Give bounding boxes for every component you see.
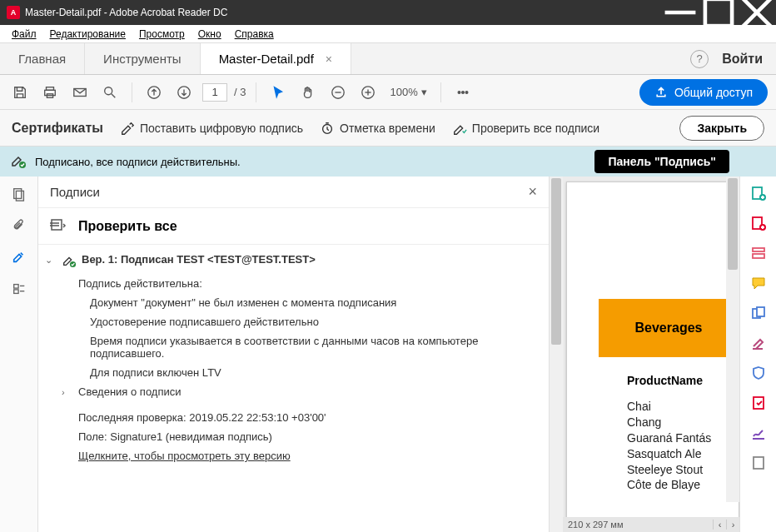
left-nav-rail bbox=[0, 177, 38, 532]
verify-all-button[interactable]: Проверить все подписи bbox=[452, 121, 599, 136]
menu-window[interactable]: Окно bbox=[192, 27, 228, 42]
svg-point-19 bbox=[465, 91, 468, 93]
close-button[interactable] bbox=[738, 0, 776, 25]
signature-ok-icon bbox=[62, 253, 77, 271]
menu-edit[interactable]: Редактирование bbox=[43, 27, 132, 42]
menubar: Файл Редактирование Просмотр Окно Справк… bbox=[0, 25, 776, 43]
app-icon: A bbox=[7, 6, 20, 19]
signatures-icon[interactable] bbox=[10, 248, 28, 266]
main-area: Подписи × Проверить все ⌄ Вер. 1: Подпис… bbox=[0, 177, 776, 532]
scroll-left-icon[interactable]: ‹ bbox=[713, 520, 726, 530]
view-version-link[interactable]: Щелкните, чтобы просмотреть эту версию bbox=[78, 450, 537, 462]
zoom-select[interactable]: 100%▾ bbox=[386, 86, 430, 98]
mail-icon[interactable] bbox=[68, 81, 92, 104]
signed-text: Подписано, все подписи действительны. bbox=[35, 156, 241, 168]
signature-valid-label: Подпись действительна: bbox=[78, 277, 537, 290]
tool-more-icon[interactable] bbox=[749, 453, 769, 473]
zoom-out-icon[interactable] bbox=[326, 81, 350, 104]
verify-all-link[interactable]: Проверить все bbox=[78, 219, 177, 234]
signature-lastcheck: Последняя проверка: 2019.05.22 22:53:10 … bbox=[78, 411, 537, 424]
document-page[interactable]: Beverages ProductName Chai Chang Guaraná… bbox=[566, 181, 739, 517]
tool-compress-icon[interactable] bbox=[749, 393, 769, 413]
svg-rect-23 bbox=[16, 191, 23, 201]
tool-combine-icon[interactable] bbox=[749, 303, 769, 323]
print-icon[interactable] bbox=[38, 81, 62, 104]
menu-view[interactable]: Просмотр bbox=[132, 27, 192, 42]
close-cert-button[interactable]: Закрыть bbox=[679, 116, 764, 141]
document-scrollbar[interactable] bbox=[726, 177, 739, 502]
signature-detail-2: Удостоверение подписавшего действительно bbox=[90, 316, 537, 328]
svg-rect-36 bbox=[753, 248, 764, 251]
svg-rect-39 bbox=[757, 307, 764, 316]
sigpanel-scrollbar[interactable] bbox=[550, 177, 563, 532]
svg-rect-22 bbox=[13, 189, 21, 199]
page-input[interactable] bbox=[202, 83, 227, 102]
svg-point-8 bbox=[105, 87, 112, 94]
prev-page-icon[interactable] bbox=[142, 81, 166, 104]
doc-product-list: Chai Chang Guaraná Fantás Sasquatch Ale … bbox=[627, 399, 711, 493]
signature-panel-button[interactable]: Панель "Подпись" bbox=[594, 150, 729, 173]
signature-detail-1: Документ "документ" не был изменен с мом… bbox=[90, 296, 537, 309]
details-toggle[interactable]: › bbox=[62, 385, 73, 397]
svg-rect-5 bbox=[45, 90, 56, 95]
panel-title: Подписи bbox=[50, 185, 100, 199]
tab-document[interactable]: Master-Detail.pdf × bbox=[201, 43, 351, 74]
certificates-title: Сертификаты bbox=[12, 121, 103, 136]
chevron-down-icon: ▾ bbox=[421, 86, 427, 98]
bookmarks-icon[interactable] bbox=[10, 280, 28, 298]
panel-close-icon[interactable]: × bbox=[528, 183, 537, 201]
svg-line-9 bbox=[112, 93, 116, 97]
next-page-icon[interactable] bbox=[172, 81, 196, 104]
svg-rect-1 bbox=[705, 0, 732, 26]
signature-detail-4: Для подписи включен LTV bbox=[90, 366, 537, 379]
collapse-toggle[interactable]: ⌄ bbox=[45, 253, 57, 266]
page-size: 210 x 297 мм bbox=[568, 520, 624, 530]
svg-rect-37 bbox=[753, 254, 764, 258]
toolbar: / 3 100%▾ Общий доступ bbox=[0, 75, 776, 110]
tool-sign-icon[interactable] bbox=[749, 333, 769, 353]
menu-file[interactable]: Файл bbox=[5, 27, 43, 42]
tool-fill-icon[interactable] bbox=[749, 423, 769, 443]
page-total: / 3 bbox=[234, 86, 246, 98]
panel-options-icon[interactable] bbox=[50, 217, 67, 236]
svg-point-17 bbox=[458, 91, 460, 93]
pointer-icon[interactable] bbox=[266, 81, 290, 104]
save-icon[interactable] bbox=[8, 81, 32, 104]
share-button[interactable]: Общий доступ bbox=[639, 79, 768, 106]
login-button[interactable]: Войти bbox=[722, 52, 763, 67]
svg-rect-24 bbox=[13, 285, 17, 289]
maximize-button[interactable] bbox=[699, 0, 738, 25]
right-tools-rail bbox=[739, 177, 776, 532]
svg-rect-40 bbox=[754, 397, 764, 409]
titlebar: A Master-Detail.pdf - Adobe Acrobat Read… bbox=[0, 0, 776, 25]
more-icon[interactable] bbox=[451, 81, 475, 104]
tab-tools[interactable]: Инструменты bbox=[85, 43, 201, 74]
tab-close-icon[interactable]: × bbox=[326, 52, 332, 66]
minimize-button[interactable] bbox=[661, 0, 699, 25]
tool-export-icon[interactable] bbox=[749, 213, 769, 233]
signature-details-label[interactable]: Сведения о подписи bbox=[78, 385, 181, 398]
tool-comment-icon[interactable] bbox=[749, 273, 769, 293]
status-bar: 210 x 297 мм ‹› bbox=[563, 517, 739, 532]
digital-sign-button[interactable]: Поставить цифровую подпись bbox=[120, 121, 303, 136]
signature-entry-title[interactable]: Вер. 1: Подписан TEST <TEST@TEST.TEST> bbox=[82, 253, 316, 266]
signatures-panel: Подписи × Проверить все ⌄ Вер. 1: Подпис… bbox=[38, 177, 550, 532]
doc-column-header: ProductName bbox=[627, 374, 703, 387]
scroll-right-icon[interactable]: › bbox=[726, 520, 739, 530]
zoom-in-icon[interactable] bbox=[356, 81, 380, 104]
signature-field: Поле: Signature1 (невидимая подпись) bbox=[78, 430, 537, 443]
search-icon[interactable] bbox=[98, 81, 122, 104]
signature-detail-3: Время подписи указывается в соответствии… bbox=[90, 335, 537, 360]
timestamp-button[interactable]: Отметка времени bbox=[320, 121, 435, 136]
tab-home[interactable]: Главная bbox=[0, 43, 85, 74]
attachments-icon[interactable] bbox=[10, 216, 28, 235]
signature-valid-icon bbox=[10, 152, 27, 172]
tool-edit-icon[interactable] bbox=[749, 243, 769, 263]
window-title: Master-Detail.pdf - Adobe Acrobat Reader… bbox=[25, 7, 661, 18]
thumbnails-icon[interactable] bbox=[10, 185, 28, 203]
hand-icon[interactable] bbox=[296, 81, 320, 104]
tool-create-icon[interactable] bbox=[749, 183, 769, 203]
tool-protect-icon[interactable] bbox=[749, 363, 769, 383]
help-icon[interactable]: ? bbox=[690, 50, 709, 68]
menu-help[interactable]: Справка bbox=[228, 27, 281, 42]
